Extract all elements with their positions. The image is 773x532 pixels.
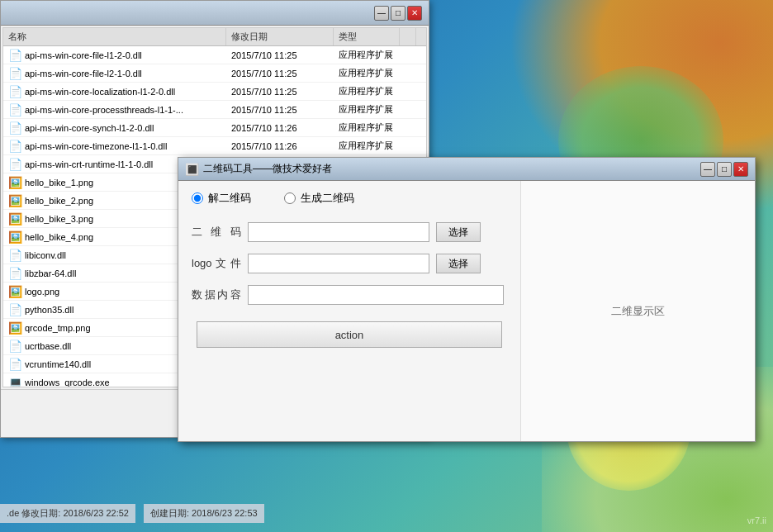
file-name: libiconv.dll [25,250,66,260]
file-item[interactable]: 📄api-ms-win-core-file-l2-1-0.dll2015/7/1… [3,64,426,83]
dialog-titlebar: 🔳 二维码工具——微技术爱好者 — □ ✕ [178,158,755,181]
file-icon: 📄 [8,158,21,171]
file-type: 应用程序扩展 [334,85,400,97]
file-name: api-ms-win-core-localization-l1-2-0.dll [25,87,175,97]
data-input[interactable] [248,285,504,305]
col-name: 名称 [3,28,226,45]
file-name-cell: 📄api-ms-win-core-file-l2-1-0.dll [3,67,226,80]
file-name: logo.png [25,287,59,297]
explorer-maximize-button[interactable]: □ [391,6,405,21]
logo-row: logo文件 选择 [192,254,507,273]
data-row: 数据内容 [192,285,507,305]
file-name: api-ms-win-core-file-l2-1-0.dll [25,69,142,78]
radio-generate-label: 生成二维码 [301,191,354,206]
file-type: 应用程序扩展 [334,121,400,134]
file-name: api-ms-win-core-synch-l1-2-0.dll [25,123,154,133]
file-icon: 🖼️ [8,230,21,244]
file-name: python35.dll [25,305,74,315]
file-icon: 📄 [8,267,21,280]
bottom-info: .de 修改日期: 2018/6/23 22:52 创建日期: 2018/6/2… [0,494,429,532]
file-name: qrcode_tmp.png [25,323,91,333]
dialog-icon: 🔳 [185,163,198,176]
action-button[interactable]: action [197,321,502,348]
file-icon: 📄 [8,49,21,62]
file-name: api-ms-win-core-timezone-l1-1-0.dll [25,141,167,151]
file-icon: 📄 [8,358,21,371]
col-extra [400,28,416,45]
radio-decode[interactable]: 解二维码 [192,191,251,206]
file-list-header: 名称 修改日期 类型 [3,28,426,46]
file-name: ucrtbase.dll [25,341,71,351]
explorer-close-button[interactable]: ✕ [407,6,422,21]
file-type: 应用程序扩展 [334,49,400,61]
explorer-minimize-button[interactable]: — [374,6,389,21]
file-icon: 🖼️ [8,176,21,189]
dialog-minimize-button[interactable]: — [700,162,715,177]
data-label: 数据内容 [192,287,241,302]
file-name-cell: 📄api-ms-win-core-synch-l1-2-0.dll [3,121,226,135]
explorer-titlebar: — □ ✕ [1,1,429,26]
radio-group: 解二维码 生成二维码 [192,191,507,206]
file-name: hello_bike_1.png [25,178,93,188]
file-name: hello_bike_3.png [25,214,93,224]
dialog-right: 二维显示区 [521,181,755,441]
radio-generate[interactable]: 生成二维码 [284,191,354,206]
qr-row: 二 维 码 选择 [192,222,507,242]
file-icon: 🖼️ [8,212,21,226]
file-icon: 📄 [8,303,21,316]
watermark: vr7.ii [747,515,766,525]
logo-label: logo文件 [192,256,241,271]
file-item[interactable]: 📄api-ms-win-core-synch-l1-2-0.dll2015/7/… [3,119,426,137]
action-row: action [192,321,507,348]
file-name-cell: 📄api-ms-win-core-processthreads-l1-1-... [3,103,226,116]
radio-decode-input[interactable] [192,192,203,204]
qr-label: 二 维 码 [192,225,241,240]
file-name: vcruntime140.dll [25,359,91,369]
display-area-label: 二维显示区 [611,304,665,319]
file-icon: 🖼️ [8,194,21,207]
logo-input[interactable] [248,254,429,273]
dialog-window: 🔳 二维码工具——微技术爱好者 — □ ✕ 解二维码 生成二维码 [178,157,756,442]
dialog-close-button[interactable]: ✕ [733,162,748,177]
file-item[interactable]: 📄api-ms-win-core-localization-l1-2-0.dll… [3,83,426,101]
file-icon: 📄 [8,140,21,153]
file-date: 2015/7/10 11:25 [226,50,334,60]
dialog-left: 解二维码 生成二维码 二 维 码 选择 logo文件 选择 [178,181,521,441]
file-icon: 🖼️ [8,285,21,298]
file-icon: 💻 [8,376,21,388]
file-item[interactable]: 📄api-ms-win-core-file-l1-2-0.dll2015/7/1… [3,46,426,64]
qr-input[interactable] [248,222,429,242]
file-item[interactable]: 📄api-ms-win-core-processthreads-l1-1-...… [3,101,426,119]
file-type: 应用程序扩展 [334,67,400,79]
file-name: hello_bike_2.png [25,196,93,206]
file-date: 2015/7/10 11:25 [226,69,334,78]
file-date: 2015/7/10 11:26 [226,141,334,151]
file-icon: 📄 [8,249,21,262]
file-icon: 🖼️ [8,321,21,335]
file-name: api-ms-win-core-processthreads-l1-1-... [25,105,183,115]
file-name-cell: 📄api-ms-win-core-file-l1-2-0.dll [3,49,226,62]
file-icon: 📄 [8,121,21,135]
file-item[interactable]: 📄api-ms-win-core-timezone-l1-1-0.dll2015… [3,137,426,155]
file-date: 2015/7/10 11:25 [226,87,334,97]
logo-select-button[interactable]: 选择 [436,254,481,273]
dialog-body: 解二维码 生成二维码 二 维 码 选择 logo文件 选择 [178,181,755,441]
col-type: 类型 [334,28,400,45]
file-type: 应用程序扩展 [334,103,400,116]
radio-generate-input[interactable] [284,192,296,204]
col-modified: 修改日期 [226,28,334,45]
qr-select-button[interactable]: 选择 [436,222,481,242]
file-icon: 📄 [8,103,21,116]
file-type: 应用程序扩展 [334,140,400,152]
dialog-maximize-button[interactable]: □ [717,162,732,177]
radio-decode-label: 解二维码 [208,191,251,206]
bottom-info-right: 创建日期: 2018/6/23 22:53 [144,504,264,523]
bottom-info-left: .de 修改日期: 2018/6/23 22:52 [0,504,135,523]
file-name: libzbar-64.dll [25,268,76,278]
file-name: hello_bike_4.png [25,232,93,242]
file-date: 2015/7/10 11:26 [226,123,334,133]
file-name: api-ms-win-crt-runtime-l1-1-0.dll [25,159,153,169]
file-name-cell: 📄api-ms-win-core-localization-l1-2-0.dll [3,85,226,98]
dialog-title: 二维码工具——微技术爱好者 [203,162,699,176]
desktop: — □ ✕ 名称 修改日期 类型 📄api-ms-win-core-file-l… [0,0,773,532]
